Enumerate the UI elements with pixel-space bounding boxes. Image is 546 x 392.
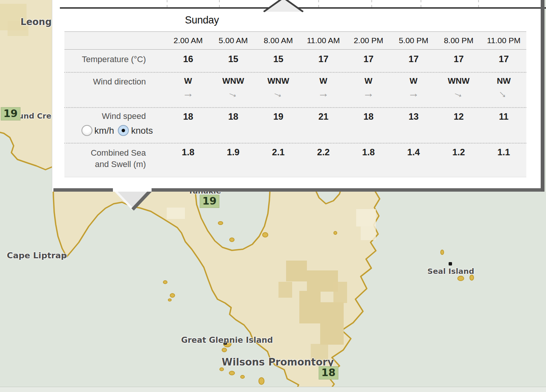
popup-bottom-border [53,188,113,192]
wind-speed-value: 19 [256,108,301,143]
wind-speed-value: 18 [346,108,391,143]
temperature-row-label: Temperature (°C) [64,50,166,72]
kmh-radio-label[interactable]: km/h [94,125,114,136]
map-attribution-cutoff-text [502,389,545,392]
map-label-seal-island: Seal Island [427,267,474,276]
map-label-cape-liptrap: Cape Liptrap [7,251,67,260]
sea-swell-row: Combined Sea and Swell (m) 1.81.92.12.21… [64,144,526,177]
kmh-radio-button[interactable] [81,125,92,136]
wind-direction-cell: W→ [391,73,436,107]
sea-swell-value: 2.2 [301,144,346,177]
forecast-table: 2.00 AM5.00 AM8.00 AM11.00 AM2.00 PM5.00… [64,31,526,177]
temperature-row: Temperature (°C) 1615151717171717 [64,50,526,73]
forecast-popup: Sunday 2.00 AM5.00 AM8.00 AM11.00 AM2.00… [52,0,544,192]
temp-badge-yanakie[interactable]: 19 [200,195,219,208]
timeline-tick [421,0,421,7]
wind-direction-arrow-icon: → [408,87,419,99]
wind-direction-cell: W→ [166,73,211,107]
wind-direction-cell: W→ [301,73,346,107]
wind-speed-value: 11 [481,108,526,143]
popup-left-edge [52,0,52,192]
time-cell: 2.00 PM [346,32,391,49]
wind-speed-value: 12 [436,108,481,143]
timeline-tick [478,0,479,7]
day-title: Sunday [185,14,219,26]
temperature-value: 15 [256,50,301,72]
time-cell: 11.00 AM [301,32,346,49]
wind-direction-value: W [319,76,327,86]
timeline-tick [219,0,220,7]
wind-direction-cell: WNW→ [436,73,481,107]
temperature-value: 17 [391,50,436,72]
temp-badge-pound-creek[interactable]: 19 [1,107,20,120]
wind-direction-arrow-icon: → [451,86,466,100]
wind-speed-row: Wind speed km/h knots 1818192118131211 [64,108,526,144]
temp-badge-wilsons-promontory[interactable]: 18 [319,366,338,380]
sea-swell-label-line2: and Swell (m) [64,159,146,170]
wind-speed-value: 13 [391,108,436,143]
time-header-row: 2.00 AM5.00 AM8.00 AM11.00 AM2.00 PM5.00… [64,32,526,50]
wind-direction-cell: W→ [346,73,391,107]
temperature-value: 17 [436,50,481,72]
map-label-great-glennie-island: Great Glennie Island [181,336,273,345]
temperature-value: 17 [301,50,346,72]
wind-direction-arrow-icon: → [183,87,194,99]
map-label-wilsons-promontory: Wilsons Promontory [222,356,334,368]
wind-direction-cell: NW→ [481,73,526,107]
wind-direction-value: WNW [448,76,469,86]
timeline-tick [167,0,167,7]
wind-direction-arrow-icon: → [226,86,241,100]
sea-swell-value: 1.8 [346,144,391,177]
temperature-value: 16 [166,50,211,72]
wind-speed-value: 18 [166,108,211,143]
time-cell: 2.00 AM [166,32,211,49]
timeline-tick [371,0,372,7]
meteye-map-screen: { "popup": { "day": "Sunday", "times": [… [0,0,546,392]
time-cell: 5.00 AM [211,32,256,49]
wind-speed-row-label: Wind speed km/h knots [64,108,166,143]
temperature-value: 17 [481,50,526,72]
knots-radio-button[interactable] [118,125,129,136]
popup-right-border [541,0,544,192]
map-label-leongatha-cutoff: Leong [20,17,52,27]
wind-direction-value: WNW [222,76,244,86]
wind-direction-value: W [365,76,372,86]
wind-speed-value: 18 [211,108,256,143]
wind-direction-value: WNW [268,76,289,86]
wind-direction-arrow-icon: → [318,87,329,99]
sea-swell-value: 1.2 [436,144,481,177]
sea-swell-value: 1.8 [166,144,211,177]
temperature-value: 15 [211,50,256,72]
time-cell: 8.00 PM [436,32,481,49]
wind-direction-arrow-icon: → [496,85,512,101]
sea-swell-value: 1.9 [211,144,256,177]
wind-direction-arrow-icon: → [271,86,286,100]
wind-direction-value: NW [497,76,511,86]
wind-direction-row: Wind direction W→WNW→WNW→W→W→W→WNW→NW→ [64,73,526,108]
sea-swell-row-label: Combined Sea and Swell (m) [64,144,166,177]
wind-direction-arrow-icon: → [363,87,374,99]
sea-swell-label-line1: Combined Sea [64,147,146,159]
time-cell: 11.00 PM [481,32,526,49]
sea-swell-value: 2.1 [256,144,301,177]
sea-swell-value: 1.4 [391,144,436,177]
wind-speed-unit-toggle: km/h knots [81,125,146,136]
popup-pointer-tail [110,188,156,211]
knots-radio-label[interactable]: knots [131,125,153,136]
sea-swell-value: 1.1 [481,144,526,177]
timeline-caret-icon [257,0,310,12]
wind-direction-value: W [410,76,418,86]
wind-direction-value: W [184,76,192,86]
time-cell: 8.00 AM [256,32,301,49]
wind-direction-cell: WNW→ [211,73,256,107]
wind-speed-label-text: Wind speed [64,111,146,121]
wind-direction-cell: WNW→ [256,73,301,107]
popup-bottom-border [152,188,541,192]
timeline-tick [318,0,319,7]
map-bottom-strip [0,387,546,392]
time-cell: 5.00 PM [391,32,436,49]
time-header-spacer [64,32,166,49]
wind-speed-value: 21 [301,108,346,143]
temperature-value: 17 [346,50,391,72]
wind-direction-row-label: Wind direction [64,73,166,107]
